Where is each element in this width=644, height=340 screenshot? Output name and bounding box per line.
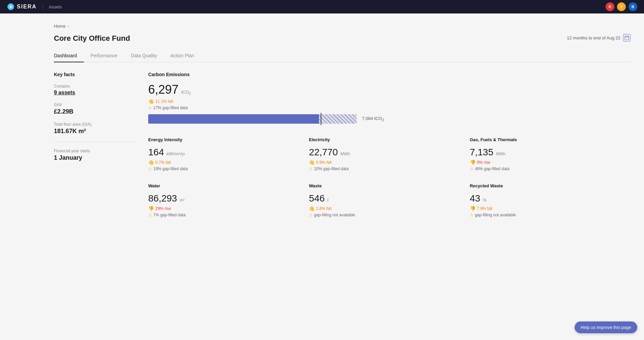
date-filter: 12 months to end of Aug 22 <box>567 34 631 41</box>
water-gap-icon: ⚠ <box>148 213 152 217</box>
tab-action-plan[interactable]: Action Plan <box>164 50 201 62</box>
water-gap: ⚠ 7% gap-filled data <box>148 213 302 217</box>
recycled-waste-gap-icon: ⚠ <box>470 213 474 217</box>
carbon-gap: ⚠ 17% gap-filled data <box>148 105 191 110</box>
gas-unit: MWh <box>496 152 506 156</box>
energy-col: Energy Intensity 164 kWh/m²/yr 👋 0.7% fa… <box>148 137 309 171</box>
breadcrumb-chevron: › <box>68 24 69 29</box>
fact-floor-area: Total floor area (GIA) 181.67K m² <box>54 122 135 135</box>
energy-value: 164 <box>148 147 164 157</box>
carbon-unit: tCO2 <box>181 90 191 95</box>
recycled-waste-value: 43 <box>470 193 480 204</box>
main-content: Home › Core City Office Fund 12 months t… <box>0 13 644 243</box>
date-range-text: 12 months to end of Aug 22 <box>567 35 620 40</box>
electricity-value-row: 22,770 MWh <box>309 147 463 158</box>
gas-col: Gas, Fuels & Thermals 7,135 MWh 👎 0% ris… <box>470 137 631 171</box>
recycled-waste-change-text: 7.9% fall <box>477 206 492 211</box>
waste-value: 546 <box>309 193 325 204</box>
contains-value[interactable]: 9 assets <box>54 90 135 96</box>
recycled-waste-change-icon: 👎 <box>470 206 476 211</box>
fin-year-value: 1 January <box>54 154 135 161</box>
floor-area-value: 181.67K m² <box>54 128 135 135</box>
electricity-change: 👋 0.9% fall <box>309 160 463 165</box>
tab-dashboard[interactable]: Dashboard <box>54 50 84 62</box>
carbon-title: Carbon Emissions <box>148 72 631 77</box>
tab-data-quality[interactable]: Data Quality <box>124 50 164 62</box>
gav-label: GAV <box>54 102 135 107</box>
gas-change: 👎 0% rise <box>470 160 624 165</box>
energy-change-icon: 👋 <box>148 160 154 165</box>
gas-gap-icon: ⚠ <box>470 166 474 171</box>
svg-rect-1 <box>625 36 629 40</box>
water-gap-text: 7% gap-filled data <box>153 213 186 217</box>
carbon-top: 6,297 tCO2 👋 11.1% fall ⚠ 17% gap-filled… <box>148 83 631 110</box>
gav-value: £2.29B <box>54 108 135 115</box>
recycled-waste-gap: ⚠ gap-filling not available <box>470 213 624 217</box>
waste-col: Waste 546 t 👋 1.8% fall ⚠ gap-filling no… <box>309 183 470 217</box>
page-title: Core City Office Fund <box>54 34 130 43</box>
waste-unit: t <box>327 198 328 203</box>
calendar-icon[interactable] <box>623 34 631 41</box>
avatar-yellow[interactable]: Y <box>617 2 626 11</box>
energy-gap-text: 19% gap-filled data <box>153 166 188 171</box>
page-header: Core City Office Fund 12 months to end o… <box>54 34 631 43</box>
waste-gap-text: gap-filling not available <box>314 213 355 217</box>
gas-value-row: 7,135 MWh <box>470 147 624 158</box>
avatar-blue[interactable]: B <box>629 2 637 11</box>
carbon-metric: 6,297 tCO2 👋 11.1% fall ⚠ 17% gap-filled… <box>148 83 191 110</box>
water-value-row: 86,293 m³ <box>148 193 302 204</box>
energy-unit: kWh/m²/yr <box>167 152 185 156</box>
gas-change-icon: 👎 <box>470 160 476 165</box>
breadcrumb: Home › <box>54 24 631 29</box>
energy-change: 👋 0.7% fall <box>148 160 302 165</box>
carbon-change-text: 11.1% fall <box>155 99 173 104</box>
waste-title: Waste <box>309 183 463 188</box>
water-unit: m³ <box>180 198 185 203</box>
tab-performance[interactable]: Performance <box>84 50 124 62</box>
carbon-change-icon: 👋 <box>148 99 154 104</box>
waste-change: 👋 1.8% fall <box>309 206 463 211</box>
carbon-bar-container: 7,084 tCO2 <box>148 114 384 124</box>
fact-fin-year: Financial year starts 1 January <box>54 149 135 161</box>
logo-icon <box>7 3 15 11</box>
electricity-change-icon: 👋 <box>309 160 315 165</box>
energy-value-row: 164 kWh/m²/yr <box>148 147 302 158</box>
water-change: 👎 29% rise <box>148 206 302 211</box>
electricity-gap: ⚠ 10% gap-filled data <box>309 166 463 171</box>
carbon-progress-bar <box>148 114 357 124</box>
logo-text: SIERA <box>17 4 37 10</box>
waste-value-row: 546 t <box>309 193 463 204</box>
waste-change-icon: 👋 <box>309 206 315 211</box>
recycled-waste-title: Recycled Waste <box>470 183 624 188</box>
fact-gav: GAV £2.29B <box>54 102 135 115</box>
recycled-waste-col: Recycled Waste 43 % 👎 7.9% fall ⚠ gap-fi… <box>470 183 631 217</box>
gas-value: 7,135 <box>470 147 493 157</box>
breadcrumb-home[interactable]: Home <box>54 24 66 29</box>
waste-gap-icon: ⚠ <box>309 213 313 217</box>
electricity-change-text: 0.9% fall <box>316 160 331 165</box>
energy-gap-icon: ⚠ <box>148 166 152 171</box>
carbon-gap-icon: ⚠ <box>148 105 152 110</box>
metrics-area: Carbon Emissions 6,297 tCO2 👋 11.1% fall… <box>148 72 631 229</box>
tabs-container: Dashboard Performance Data Quality Actio… <box>54 50 631 62</box>
nav-right: R Y B <box>606 2 637 11</box>
gas-gap: ⚠ 49% gap-filled data <box>470 166 624 171</box>
nav-assets[interactable]: Assets <box>49 4 62 9</box>
gas-change-text: 0% rise <box>477 160 490 165</box>
avatar-red[interactable]: R <box>606 2 614 11</box>
water-change-icon: 👎 <box>148 206 154 211</box>
electricity-title: Electricity <box>309 137 463 142</box>
recycled-waste-value-row: 43 % <box>470 193 624 204</box>
fact-divider <box>54 142 135 142</box>
carbon-gap-text: 17% gap-filled data <box>153 105 188 110</box>
electricity-col: Electricity 22,770 MWh 👋 0.9% fall ⚠ 10%… <box>309 137 470 171</box>
recycled-waste-change: 👎 7.9% fall <box>470 206 624 211</box>
electricity-gap-icon: ⚠ <box>309 166 313 171</box>
recycled-waste-unit: % <box>483 198 487 203</box>
electricity-unit: MWh <box>341 152 350 156</box>
energy-change-text: 0.7% fall <box>155 160 171 165</box>
logo: SIERA <box>7 3 37 11</box>
carbon-target-label: 7,084 tCO2 <box>362 116 384 122</box>
electricity-gap-text: 10% gap-filled data <box>314 166 349 171</box>
gas-gap-text: 49% gap-filled data <box>475 166 510 171</box>
